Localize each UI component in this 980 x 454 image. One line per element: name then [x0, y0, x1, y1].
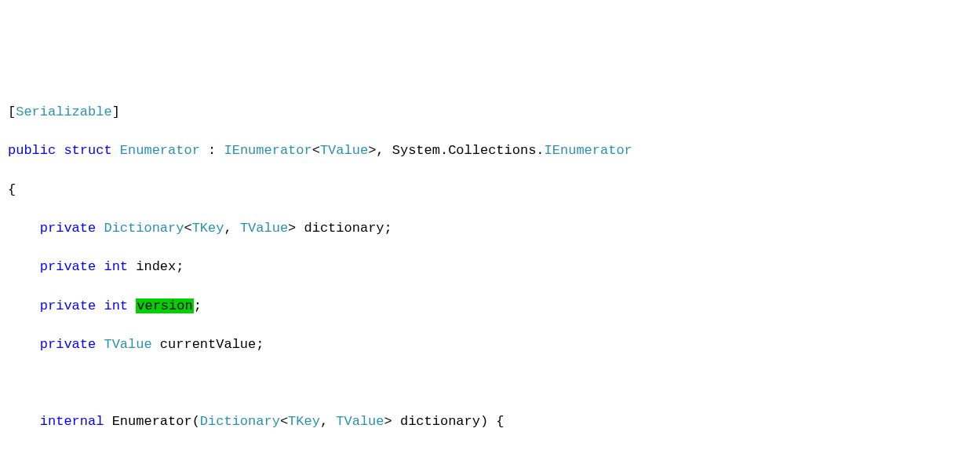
type: TKey — [192, 221, 224, 236]
keyword: internal — [40, 414, 104, 429]
keyword: int — [104, 298, 128, 313]
blank-line — [8, 374, 972, 394]
code-line: private TValue currentValue; — [8, 335, 972, 355]
text: dictionary; — [296, 221, 392, 236]
keyword: private — [40, 221, 96, 236]
keyword: struct — [64, 143, 111, 158]
code-line: [Serializable] — [8, 103, 972, 123]
keyword: private — [40, 298, 96, 313]
keyword: private — [40, 337, 96, 352]
code-line: { — [8, 181, 972, 200]
type: Enumerator — [120, 143, 200, 158]
text: : — [200, 143, 224, 158]
text: , — [320, 414, 336, 429]
text: > — [288, 221, 296, 236]
text: , — [376, 143, 392, 158]
type: IEnumerator — [545, 143, 632, 158]
keyword: public — [8, 143, 56, 158]
text: currentValue; — [152, 337, 264, 352]
type: TValue — [336, 414, 384, 429]
code-line: private Dictionary<TKey, TValue> diction… — [8, 219, 972, 239]
type: TKey — [288, 414, 320, 429]
text: < — [184, 221, 191, 236]
keyword: int — [104, 259, 128, 274]
type: TValue — [104, 337, 151, 352]
type: TValue — [320, 143, 368, 158]
code-line: private int index; — [8, 258, 972, 277]
text: < — [312, 143, 320, 158]
bracket: [ — [8, 104, 16, 119]
highlighted-text: version — [136, 298, 193, 313]
text: > — [368, 143, 376, 158]
code-line: internal Enumerator(Dictionary<TKey, TVa… — [8, 412, 972, 432]
attribute: Serializable — [16, 104, 111, 119]
text: < — [280, 414, 288, 429]
type: TValue — [240, 221, 288, 236]
text: ; — [194, 298, 202, 313]
code-line: public struct Enumerator : IEnumerator<T… — [8, 141, 972, 161]
text: > — [384, 414, 392, 429]
type: IEnumerator — [224, 143, 311, 158]
text: System.Collections. — [392, 143, 545, 158]
code-block: [Serializable] public struct Enumerator … — [8, 84, 972, 454]
text: Enumerator( — [112, 414, 200, 429]
type: Dictionary — [104, 221, 184, 236]
keyword: private — [40, 259, 96, 274]
text: dictionary) { — [392, 414, 505, 429]
code-line: private int version; — [8, 297, 972, 317]
bracket: ] — [112, 104, 120, 119]
type: Dictionary — [200, 414, 280, 429]
text: , — [224, 221, 239, 236]
brace: { — [8, 182, 16, 197]
text: index; — [128, 259, 184, 274]
